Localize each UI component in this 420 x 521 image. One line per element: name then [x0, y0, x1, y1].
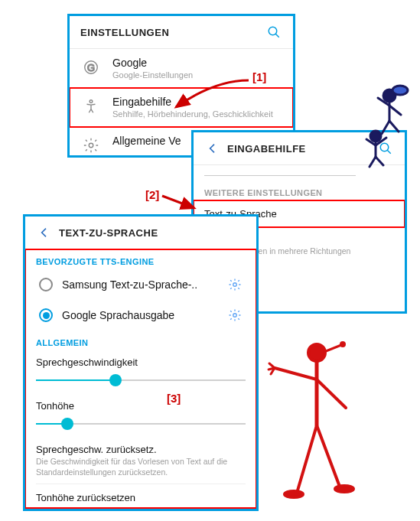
pitch[interactable]: Tonhöhe	[36, 394, 246, 438]
card-header: EINSTELLUNGEN	[70, 16, 293, 49]
callout-2: [2]	[145, 188, 159, 201]
search-icon[interactable]	[265, 24, 282, 41]
general-icon	[80, 135, 102, 156]
arrow-1	[168, 77, 252, 115]
header-title: TEXT-ZU-SPRACHE	[59, 227, 246, 239]
item-text: Allgemeine Ve	[112, 135, 181, 147]
item-label: Google	[112, 57, 193, 69]
speech-rate[interactable]: Sprechgeschwindigkeit	[36, 350, 246, 394]
engine-samsung[interactable]: Samsung Text-zu-Sprache-..	[36, 269, 246, 300]
svg-point-0	[269, 27, 277, 35]
speed-slider[interactable]	[36, 373, 246, 388]
item-label: Allgemeine Ve	[112, 135, 181, 147]
radio-icon[interactable]	[39, 278, 53, 291]
card-header: TEXT-ZU-SPRACHE	[25, 217, 256, 249]
svg-point-11	[341, 343, 344, 346]
svg-point-8	[233, 283, 237, 287]
svg-line-1	[275, 34, 279, 37]
back-icon[interactable]	[36, 224, 53, 241]
reset-pitch[interactable]: Tonhöhe zurücksetzen	[36, 484, 246, 508]
svg-point-10	[308, 344, 325, 361]
back-icon[interactable]	[204, 140, 221, 157]
reset-speed-sub: Die Geschwindigkeit für das Vorlesen von…	[36, 457, 246, 477]
climbers-icon	[351, 84, 412, 168]
engine-label: Samsung Text-zu-Sprache-..	[62, 278, 218, 291]
engine-google[interactable]: Google Sprachausgabe	[36, 300, 246, 331]
tts-body: BEVORZUGTE TTS-ENGINE Samsung Text-zu-Sp…	[25, 249, 256, 508]
gear-icon[interactable]	[227, 308, 243, 323]
pitch-label: Tonhöhe	[36, 400, 246, 412]
gear-icon[interactable]	[227, 277, 243, 292]
reset-speed-label: Sprechgeschw. zurücksetz.	[36, 444, 246, 455]
svg-point-9	[233, 314, 237, 317]
pitch-slider[interactable]	[36, 416, 246, 431]
section-engine: BEVORZUGTE TTS-ENGINE	[36, 249, 246, 269]
section-general: ALLGEMEIN	[36, 331, 246, 350]
header-title: EINSTELLUNGEN	[80, 27, 265, 38]
engine-label: Google Sprachausgabe	[62, 309, 218, 321]
speed-label: Sprechgeschwindigkeit	[36, 357, 246, 368]
arrow-2	[161, 193, 199, 216]
reset-pitch-label: Tonhöhe zurücksetzen	[36, 492, 246, 503]
callout-1: [1]	[252, 70, 266, 83]
google-icon: G	[80, 57, 102, 78]
svg-text:G: G	[87, 62, 95, 73]
section-further-settings: WEITERE EINSTELLUNGEN	[194, 181, 405, 200]
svg-point-13	[335, 486, 353, 492]
svg-point-5	[89, 143, 93, 148]
svg-point-12	[285, 491, 303, 497]
accessibility-icon	[80, 96, 102, 117]
tts-card: TEXT-ZU-SPRACHE BEVORZUGTE TTS-ENGINE Sa…	[23, 214, 259, 511]
svg-point-15	[392, 86, 408, 95]
radio-icon[interactable]	[39, 308, 53, 322]
svg-point-16	[370, 131, 381, 142]
callout-3: [3]	[167, 392, 181, 405]
red-figure-icon	[256, 337, 363, 506]
reset-speed[interactable]: Sprechgeschw. zurücksetz. Die Geschwindi…	[36, 438, 246, 484]
svg-point-4	[90, 100, 93, 103]
